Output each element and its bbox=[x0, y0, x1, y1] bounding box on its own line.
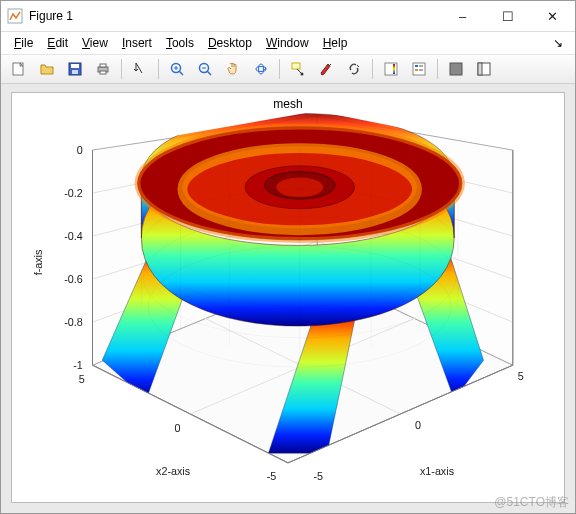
menu-insert[interactable]: Insert bbox=[115, 34, 159, 52]
brush-button[interactable] bbox=[313, 56, 339, 82]
ztick: -0.6 bbox=[64, 273, 83, 285]
minimize-button[interactable]: – bbox=[440, 2, 485, 31]
xtick: 0 bbox=[415, 419, 421, 431]
link-plots-button[interactable] bbox=[341, 56, 367, 82]
edit-plot-button[interactable] bbox=[127, 56, 153, 82]
menu-tools[interactable]: Tools bbox=[159, 34, 201, 52]
svg-point-16 bbox=[259, 64, 264, 74]
svg-rect-23 bbox=[415, 65, 418, 67]
ytick: 0 bbox=[174, 422, 180, 434]
new-figure-button[interactable] bbox=[6, 56, 32, 82]
menu-file[interactable]: File bbox=[7, 34, 40, 52]
zoom-out-button[interactable] bbox=[192, 56, 218, 82]
menu-window[interactable]: Window bbox=[259, 34, 316, 52]
ytick: -5 bbox=[267, 470, 277, 482]
print-button[interactable] bbox=[90, 56, 116, 82]
pan-button[interactable] bbox=[220, 56, 246, 82]
ztick: 0 bbox=[77, 144, 83, 156]
save-button[interactable] bbox=[62, 56, 88, 82]
close-button[interactable]: ✕ bbox=[530, 2, 575, 31]
window-title: Figure 1 bbox=[29, 9, 440, 23]
rotate3d-button[interactable] bbox=[248, 56, 274, 82]
ztick: -0.8 bbox=[64, 316, 83, 328]
insert-colorbar-button[interactable] bbox=[378, 56, 404, 82]
svg-rect-27 bbox=[450, 63, 462, 75]
titlebar: Figure 1 – ☐ ✕ bbox=[1, 1, 575, 32]
axes-3d[interactable]: mesh bbox=[11, 92, 565, 503]
xtick: 5 bbox=[518, 370, 524, 382]
x-axis-label: x1-axis bbox=[420, 465, 454, 477]
show-plot-tools-button[interactable] bbox=[471, 56, 497, 82]
toolbar bbox=[1, 54, 575, 84]
plot-title: mesh bbox=[12, 97, 564, 111]
svg-rect-4 bbox=[72, 70, 78, 74]
ztick: -1 bbox=[73, 359, 83, 371]
menu-help[interactable]: Help bbox=[316, 34, 355, 52]
toolbar-separator bbox=[437, 59, 438, 79]
ytick: 5 bbox=[79, 373, 85, 385]
toolbar-separator bbox=[372, 59, 373, 79]
y-axis-label: x2-axis bbox=[156, 465, 190, 477]
data-cursor-button[interactable] bbox=[285, 56, 311, 82]
menu-overflow-icon[interactable]: ↘ bbox=[547, 36, 569, 50]
menu-desktop[interactable]: Desktop bbox=[201, 34, 259, 52]
svg-rect-21 bbox=[393, 64, 395, 74]
svg-line-13 bbox=[207, 71, 211, 75]
menu-edit[interactable]: Edit bbox=[40, 34, 75, 52]
figure-window: Figure 1 – ☐ ✕ File Edit View Insert Too… bbox=[0, 0, 576, 514]
svg-rect-17 bbox=[292, 63, 300, 69]
svg-rect-24 bbox=[415, 69, 418, 71]
surface-plot[interactable]: 0 -0.2 -0.4 -0.6 -0.8 -1 f-axis 5 0 -5 x… bbox=[12, 111, 564, 502]
svg-point-15 bbox=[256, 67, 266, 72]
svg-rect-29 bbox=[478, 63, 482, 75]
maximize-button[interactable]: ☐ bbox=[485, 2, 530, 31]
menu-view[interactable]: View bbox=[75, 34, 115, 52]
app-icon bbox=[7, 8, 23, 24]
menubar: File Edit View Insert Tools Desktop Wind… bbox=[1, 32, 575, 54]
svg-line-9 bbox=[179, 71, 183, 75]
svg-rect-3 bbox=[71, 64, 79, 68]
svg-point-19 bbox=[301, 73, 304, 76]
insert-legend-button[interactable] bbox=[406, 56, 432, 82]
hide-plot-tools-button[interactable] bbox=[443, 56, 469, 82]
svg-rect-7 bbox=[100, 71, 106, 74]
zoom-in-button[interactable] bbox=[164, 56, 190, 82]
figure-area: mesh bbox=[1, 84, 575, 513]
z-axis-label: f-axis bbox=[32, 250, 44, 276]
xtick: -5 bbox=[313, 470, 323, 482]
svg-rect-22 bbox=[413, 63, 425, 75]
ztick: -0.4 bbox=[64, 230, 83, 242]
toolbar-separator bbox=[121, 59, 122, 79]
toolbar-separator bbox=[158, 59, 159, 79]
open-button[interactable] bbox=[34, 56, 60, 82]
ztick: -0.2 bbox=[64, 187, 83, 199]
svg-rect-20 bbox=[385, 63, 397, 75]
svg-rect-6 bbox=[100, 64, 106, 67]
toolbar-separator bbox=[279, 59, 280, 79]
